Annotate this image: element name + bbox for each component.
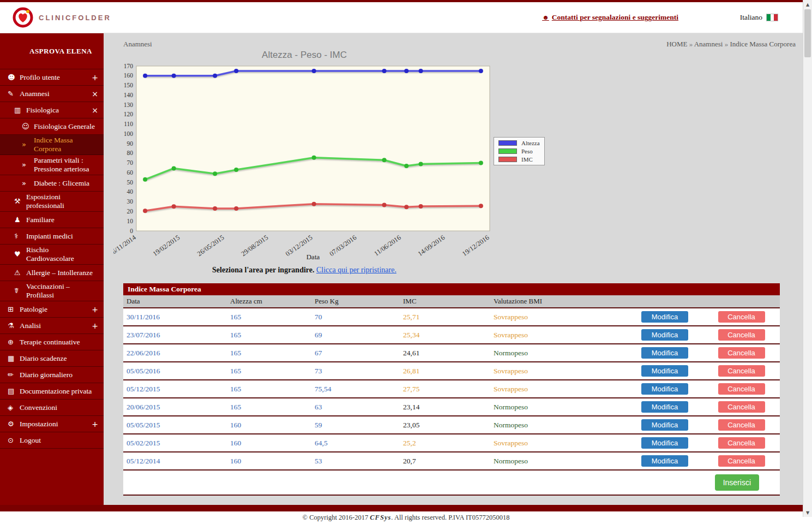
col-imc: IMC <box>400 295 490 308</box>
data-point[interactable] <box>213 74 217 78</box>
sidebar-item-label: Diario giornaliero <box>20 371 98 379</box>
sidebar-item-label: Fisiologica <box>26 106 88 115</box>
data-point[interactable] <box>172 204 176 209</box>
data-point[interactable] <box>382 203 387 207</box>
scroll-up-arrow-icon[interactable]: ▲ <box>803 0 812 9</box>
modifica-button[interactable]: Modifica <box>641 383 688 395</box>
data-point[interactable] <box>479 204 483 208</box>
chart-reset-link[interactable]: Clicca qui per ripristinare. <box>316 266 396 274</box>
bmi-line-chart[interactable]: 0102030405060708090100110120130140150160… <box>113 63 495 264</box>
bmi-table: Indice Massa Corporea Data Altezza cm Pe… <box>123 283 780 496</box>
contact-link[interactable]: ☻ Contatti per segnalazioni e suggerimen… <box>542 13 678 22</box>
table-row: 05/12/20141605320,7NormopesoModificaCanc… <box>123 452 780 470</box>
modifica-button[interactable]: Modifica <box>641 419 688 431</box>
breadcrumb-link-2[interactable]: Indice Massa Corporea <box>730 40 796 48</box>
data-point[interactable] <box>143 209 147 213</box>
data-point[interactable] <box>213 206 217 211</box>
data-point[interactable] <box>312 69 316 73</box>
inserisci-button[interactable]: Inserisci <box>715 474 759 491</box>
sidebar-item-fisiologica-generale[interactable]: ☺Fisiologica Generale <box>0 118 104 135</box>
modifica-button[interactable]: Modifica <box>641 365 688 377</box>
sidebar-item-diabete-glicemia[interactable]: »Diabete : Glicemia <box>0 175 104 192</box>
data-point[interactable] <box>404 205 408 209</box>
sidebar-item-anamnesi[interactable]: ✎Anamnesi× <box>0 86 104 102</box>
modifica-button[interactable]: Modifica <box>641 347 688 359</box>
therapy-icon: ⊕ <box>8 338 20 347</box>
data-point[interactable] <box>143 177 147 182</box>
vertical-scrollbar[interactable]: ▲ ▼ <box>803 0 812 517</box>
breadcrumb-separator: » <box>723 40 730 48</box>
col-valutazione: Valutazione BMI <box>490 295 627 308</box>
cancella-button[interactable]: Cancella <box>718 347 765 359</box>
scrollbar-thumb[interactable] <box>804 9 811 57</box>
data-point[interactable] <box>479 161 483 165</box>
modifica-button[interactable]: Modifica <box>641 401 688 413</box>
data-point[interactable] <box>419 69 423 73</box>
scroll-down-arrow-icon[interactable]: ▼ <box>803 508 812 517</box>
sidebar-item-convenzioni[interactable]: ◈Convenzioni <box>0 400 104 416</box>
user-profile[interactable]: ASPROVA ELENA <box>0 33 104 69</box>
sidebar-item-allergie-intolleranze[interactable]: ⚠Allergie – Intolleranze <box>0 265 104 281</box>
cancella-button[interactable]: Cancella <box>718 437 765 449</box>
sidebar-item-analisi[interactable]: ⚗Analisi+ <box>0 318 104 334</box>
data-point[interactable] <box>234 168 238 172</box>
cell-valutazione: Normopeso <box>490 398 627 416</box>
data-point[interactable] <box>172 166 176 170</box>
cancella-button[interactable]: Cancella <box>718 329 765 341</box>
data-point[interactable] <box>479 69 483 73</box>
sidebar-item-logout[interactable]: ⊙Logout <box>0 432 104 449</box>
data-point[interactable] <box>419 204 423 209</box>
modifica-button[interactable]: Modifica <box>641 437 688 449</box>
sidebar-item-impostazioni[interactable]: ⚙Impostazioni+ <box>0 416 104 432</box>
sidebar-item-fisiologica[interactable]: ▥Fisiologica× <box>0 102 104 118</box>
modifica-button[interactable]: Modifica <box>641 311 688 323</box>
cancella-button[interactable]: Cancella <box>718 419 765 431</box>
sidebar-item-parametri-vitali[interactable]: »Parametri vitali : Pressione arteriosa <box>0 155 104 175</box>
sidebar-item-impianti-medici[interactable]: ⚕Impianti medici <box>0 228 104 245</box>
app-logo[interactable]: CLINICFOLDER <box>12 7 111 28</box>
modifica-button[interactable]: Modifica <box>641 455 688 467</box>
sidebar-item-diario-giornaliero[interactable]: ✏Diario giornaliero <box>0 367 104 383</box>
data-point[interactable] <box>312 156 316 160</box>
breadcrumb-link-0[interactable]: HOME <box>666 40 687 48</box>
breadcrumb-link-1[interactable]: Anamnesi <box>694 40 723 48</box>
expand-icon[interactable]: + <box>88 73 98 82</box>
data-point[interactable] <box>172 74 176 78</box>
sidebar-item-documentazione-privata[interactable]: ▤Documentazione privata <box>0 383 104 400</box>
cancella-button[interactable]: Cancella <box>718 365 765 377</box>
cancella-button[interactable]: Cancella <box>718 383 765 395</box>
data-point[interactable] <box>419 162 423 166</box>
sidebar-item-vaccinazioni-profilassi[interactable]: ☤Vaccinazioni – Profilassi <box>0 281 104 301</box>
expand-icon[interactable]: + <box>88 420 98 428</box>
data-point[interactable] <box>382 69 387 73</box>
data-point[interactable] <box>404 164 408 168</box>
expand-icon[interactable]: + <box>88 321 98 330</box>
sidebar-item-rischio-cardiovascolare[interactable]: ♥Rischio Cardiovascolare <box>0 245 104 265</box>
data-point[interactable] <box>382 158 387 162</box>
cancella-button[interactable]: Cancella <box>718 311 765 323</box>
modifica-button[interactable]: Modifica <box>641 329 688 341</box>
data-point[interactable] <box>234 69 238 73</box>
sidebar-item-diario-scadenze[interactable]: ▦Diario scadenze <box>0 350 104 367</box>
collapse-icon[interactable]: × <box>88 90 98 98</box>
sidebar-item-terapie-continuative[interactable]: ⊕Terapie continuative <box>0 334 104 350</box>
data-point[interactable] <box>312 202 316 206</box>
cell-peso: 59 <box>311 416 400 434</box>
sidebar-item-profilo-utente[interactable]: ☻Profilo utente+ <box>0 69 104 86</box>
data-point[interactable] <box>404 69 408 73</box>
cancella-button[interactable]: Cancella <box>718 401 765 413</box>
sidebar-item-familiare[interactable]: ♟Familiare <box>0 212 104 228</box>
sidebar-item-label: Fisiologica Generale <box>34 122 98 131</box>
sidebar-item-esposizioni-professionali[interactable]: ⚒Esposizioni professionali <box>0 192 104 212</box>
sidebar-item-patologie[interactable]: ⊞Patologie+ <box>0 301 104 318</box>
expand-icon[interactable]: + <box>88 305 98 314</box>
sidebar-item-indice-massa-corporea[interactable]: »Indice Massa Corporea <box>0 135 104 155</box>
heart-icon: ♥ <box>14 250 26 259</box>
data-point[interactable] <box>234 206 238 211</box>
legend-item-altezza: Altezza <box>498 140 540 146</box>
data-point[interactable] <box>143 74 147 78</box>
cancella-button[interactable]: Cancella <box>718 455 765 467</box>
language-selector[interactable]: Italiano <box>740 13 778 22</box>
data-point[interactable] <box>213 171 217 176</box>
collapse-icon[interactable]: × <box>88 106 98 115</box>
